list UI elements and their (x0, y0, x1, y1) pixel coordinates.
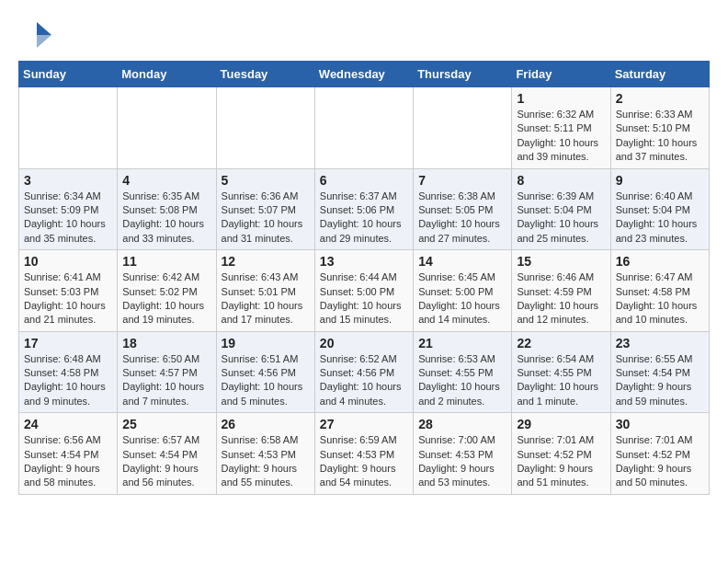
calendar-cell: 18Sunrise: 6:50 AM Sunset: 4:57 PM Dayli… (118, 331, 216, 413)
calendar-cell: 20Sunrise: 6:52 AM Sunset: 4:56 PM Dayli… (314, 331, 413, 413)
day-detail: Sunrise: 7:01 AM Sunset: 4:52 PM Dayligh… (616, 433, 704, 490)
day-detail: Sunrise: 6:40 AM Sunset: 5:04 PM Dayligh… (616, 190, 704, 247)
calendar-cell: 21Sunrise: 6:53 AM Sunset: 4:55 PM Dayli… (414, 331, 512, 413)
day-detail: Sunrise: 6:41 AM Sunset: 5:03 PM Dayligh… (24, 270, 112, 327)
day-detail: Sunrise: 7:01 AM Sunset: 4:52 PM Dayligh… (517, 433, 605, 490)
day-number: 30 (616, 417, 704, 431)
calendar-cell: 12Sunrise: 6:43 AM Sunset: 5:01 PM Dayli… (216, 250, 314, 332)
day-detail: Sunrise: 6:35 AM Sunset: 5:08 PM Dayligh… (122, 190, 210, 247)
calendar-cell: 3Sunrise: 6:34 AM Sunset: 5:09 PM Daylig… (19, 168, 118, 250)
calendar-cell: 2Sunrise: 6:33 AM Sunset: 5:10 PM Daylig… (610, 87, 709, 169)
day-number: 19 (222, 336, 310, 350)
day-detail: Sunrise: 6:38 AM Sunset: 5:05 PM Dayligh… (418, 190, 506, 247)
day-detail: Sunrise: 6:32 AM Sunset: 5:11 PM Dayligh… (517, 108, 605, 165)
calendar-cell: 26Sunrise: 6:58 AM Sunset: 4:53 PM Dayli… (216, 413, 314, 495)
column-header-friday: Friday (512, 62, 610, 87)
calendar-week-row: 1Sunrise: 6:32 AM Sunset: 5:11 PM Daylig… (19, 87, 710, 169)
day-number: 27 (320, 417, 408, 431)
day-number: 18 (122, 336, 210, 350)
column-header-wednesday: Wednesday (314, 62, 413, 87)
day-detail: Sunrise: 6:53 AM Sunset: 4:55 PM Dayligh… (418, 352, 506, 409)
calendar-cell: 24Sunrise: 6:56 AM Sunset: 4:54 PM Dayli… (19, 413, 118, 495)
calendar-cell (414, 87, 512, 169)
svg-marker-1 (37, 35, 51, 48)
calendar-cell: 11Sunrise: 6:42 AM Sunset: 5:02 PM Dayli… (118, 250, 216, 332)
day-number: 15 (517, 254, 605, 269)
calendar-cell (216, 87, 314, 169)
day-detail: Sunrise: 6:33 AM Sunset: 5:10 PM Dayligh… (616, 108, 704, 165)
calendar-cell (314, 87, 413, 169)
day-detail: Sunrise: 6:36 AM Sunset: 5:07 PM Dayligh… (222, 190, 310, 247)
day-number: 17 (24, 336, 112, 350)
column-header-tuesday: Tuesday (216, 62, 314, 87)
day-number: 9 (616, 173, 704, 188)
day-number: 1 (517, 91, 605, 106)
day-detail: Sunrise: 6:55 AM Sunset: 4:54 PM Dayligh… (616, 352, 704, 409)
day-detail: Sunrise: 6:59 AM Sunset: 4:53 PM Dayligh… (320, 433, 408, 490)
day-detail: Sunrise: 6:51 AM Sunset: 4:56 PM Dayligh… (222, 352, 310, 409)
day-detail: Sunrise: 6:46 AM Sunset: 4:59 PM Dayligh… (517, 270, 605, 327)
calendar-header-row: SundayMondayTuesdayWednesdayThursdayFrid… (19, 62, 710, 87)
calendar-cell: 17Sunrise: 6:48 AM Sunset: 4:58 PM Dayli… (19, 331, 118, 413)
calendar-cell: 27Sunrise: 6:59 AM Sunset: 4:53 PM Dayli… (314, 413, 413, 495)
calendar-week-row: 17Sunrise: 6:48 AM Sunset: 4:58 PM Dayli… (19, 331, 710, 413)
day-number: 25 (122, 417, 210, 431)
calendar-cell: 10Sunrise: 6:41 AM Sunset: 5:03 PM Dayli… (19, 250, 118, 332)
column-header-monday: Monday (118, 62, 216, 87)
logo-icon (18, 18, 51, 52)
svg-marker-0 (37, 22, 51, 35)
day-number: 12 (222, 254, 310, 269)
day-detail: Sunrise: 6:56 AM Sunset: 4:54 PM Dayligh… (24, 433, 112, 490)
day-number: 4 (122, 173, 210, 188)
day-number: 3 (24, 173, 112, 188)
day-number: 2 (616, 91, 704, 106)
day-detail: Sunrise: 6:43 AM Sunset: 5:01 PM Dayligh… (222, 270, 310, 327)
calendar-cell: 28Sunrise: 7:00 AM Sunset: 4:53 PM Dayli… (414, 413, 512, 495)
day-detail: Sunrise: 6:52 AM Sunset: 4:56 PM Dayligh… (320, 352, 408, 409)
day-detail: Sunrise: 6:54 AM Sunset: 4:55 PM Dayligh… (517, 352, 605, 409)
logo (18, 18, 57, 52)
day-detail: Sunrise: 6:47 AM Sunset: 4:58 PM Dayligh… (616, 270, 704, 327)
calendar-cell: 9Sunrise: 6:40 AM Sunset: 5:04 PM Daylig… (610, 168, 709, 250)
page-header (18, 18, 710, 52)
day-number: 23 (616, 336, 704, 350)
calendar-week-row: 10Sunrise: 6:41 AM Sunset: 5:03 PM Dayli… (19, 250, 710, 332)
day-number: 21 (418, 336, 506, 350)
calendar-cell: 1Sunrise: 6:32 AM Sunset: 5:11 PM Daylig… (512, 87, 610, 169)
calendar-cell: 8Sunrise: 6:39 AM Sunset: 5:04 PM Daylig… (512, 168, 610, 250)
day-detail: Sunrise: 6:39 AM Sunset: 5:04 PM Dayligh… (517, 190, 605, 247)
calendar-cell: 25Sunrise: 6:57 AM Sunset: 4:54 PM Dayli… (118, 413, 216, 495)
day-detail: Sunrise: 6:57 AM Sunset: 4:54 PM Dayligh… (122, 433, 210, 490)
day-detail: Sunrise: 7:00 AM Sunset: 4:53 PM Dayligh… (418, 433, 506, 490)
calendar-cell: 19Sunrise: 6:51 AM Sunset: 4:56 PM Dayli… (216, 331, 314, 413)
day-number: 7 (418, 173, 506, 188)
calendar-cell: 22Sunrise: 6:54 AM Sunset: 4:55 PM Dayli… (512, 331, 610, 413)
day-detail: Sunrise: 6:50 AM Sunset: 4:57 PM Dayligh… (122, 352, 210, 409)
calendar-cell: 13Sunrise: 6:44 AM Sunset: 5:00 PM Dayli… (314, 250, 413, 332)
calendar-cell: 30Sunrise: 7:01 AM Sunset: 4:52 PM Dayli… (610, 413, 709, 495)
column-header-thursday: Thursday (414, 62, 512, 87)
day-number: 26 (222, 417, 310, 431)
day-number: 14 (418, 254, 506, 269)
calendar-cell: 7Sunrise: 6:38 AM Sunset: 5:05 PM Daylig… (414, 168, 512, 250)
day-detail: Sunrise: 6:34 AM Sunset: 5:09 PM Dayligh… (24, 190, 112, 247)
calendar-cell (19, 87, 118, 169)
calendar-table: SundayMondayTuesdayWednesdayThursdayFrid… (18, 61, 710, 495)
day-number: 6 (320, 173, 408, 188)
calendar-cell: 4Sunrise: 6:35 AM Sunset: 5:08 PM Daylig… (118, 168, 216, 250)
day-number: 10 (24, 254, 112, 269)
calendar-week-row: 24Sunrise: 6:56 AM Sunset: 4:54 PM Dayli… (19, 413, 710, 495)
day-detail: Sunrise: 6:58 AM Sunset: 4:53 PM Dayligh… (222, 433, 310, 490)
day-number: 20 (320, 336, 408, 350)
column-header-sunday: Sunday (19, 62, 118, 87)
day-number: 5 (222, 173, 310, 188)
calendar-cell: 23Sunrise: 6:55 AM Sunset: 4:54 PM Dayli… (610, 331, 709, 413)
day-detail: Sunrise: 6:48 AM Sunset: 4:58 PM Dayligh… (24, 352, 112, 409)
day-number: 8 (517, 173, 605, 188)
day-number: 11 (122, 254, 210, 269)
day-number: 24 (24, 417, 112, 431)
calendar-cell: 6Sunrise: 6:37 AM Sunset: 5:06 PM Daylig… (314, 168, 413, 250)
day-number: 16 (616, 254, 704, 269)
calendar-cell: 5Sunrise: 6:36 AM Sunset: 5:07 PM Daylig… (216, 168, 314, 250)
calendar-cell: 15Sunrise: 6:46 AM Sunset: 4:59 PM Dayli… (512, 250, 610, 332)
